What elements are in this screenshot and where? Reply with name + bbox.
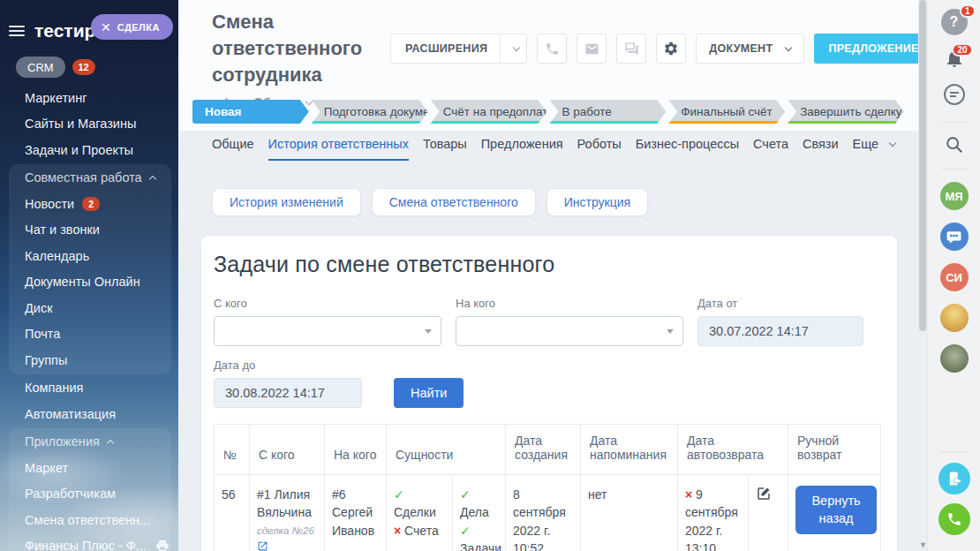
- notifications-badge: 20: [952, 43, 972, 57]
- document-button[interactable]: ДОКУМЕНТ: [696, 34, 804, 64]
- callback-button[interactable]: [939, 503, 970, 535]
- chevron-up-icon: [107, 440, 114, 447]
- stage-close-deal[interactable]: Завершить сделку: [788, 100, 904, 124]
- tab-offers[interactable]: Предложения: [481, 137, 563, 159]
- from-label: С кого: [214, 297, 441, 310]
- avatar-photo-2[interactable]: [940, 344, 969, 373]
- from-select[interactable]: [214, 316, 441, 346]
- search-icon: [945, 135, 964, 155]
- sidebar-item-calendar[interactable]: Календарь: [9, 243, 171, 269]
- deal-stage-pipeline: Новая Подготовка документов Счёт на пред…: [192, 100, 904, 124]
- open-deal-link-icon[interactable]: [257, 540, 268, 551]
- extensions-dropdown-arrow[interactable]: [500, 34, 526, 63]
- sidebar-group-collaboration-header[interactable]: Совместная работа: [9, 165, 171, 192]
- cell-reminder: нет: [581, 475, 678, 551]
- sidebar-group-apps-header[interactable]: Приложения: [9, 429, 171, 456]
- avatar-si[interactable]: СИ: [940, 263, 969, 291]
- menu-hamburger-icon[interactable]: [9, 26, 25, 36]
- stage-final-invoice[interactable]: Финальный счёт: [668, 100, 785, 124]
- sidebar-item-automation[interactable]: Автоматизация: [0, 401, 178, 427]
- edit-row-icon[interactable]: [756, 490, 772, 504]
- sidebar-group-collaboration: Совместная работа Новости 2 Чат и звонки…: [9, 164, 171, 374]
- check-icon: ✓: [394, 487, 404, 502]
- sidebar-item-mail[interactable]: Почта: [9, 321, 171, 348]
- settings-button[interactable]: [656, 34, 686, 64]
- subtab-change-history[interactable]: История изменений: [212, 188, 361, 216]
- tab-products[interactable]: Товары: [423, 137, 467, 159]
- sidebar-item-disk[interactable]: Диск: [9, 295, 171, 321]
- sidebar-item-news[interactable]: Новости 2: [9, 191, 171, 217]
- sidebar-item-finance-plus[interactable]: Финансы Плюс - Ф...: [9, 533, 171, 551]
- deal-tag[interactable]: ✕ СДЕЛКА: [91, 14, 173, 40]
- main-content: Смена ответственного сотрудника Общее РА…: [178, 0, 918, 551]
- sidebar-item-crm[interactable]: CRM: [16, 57, 65, 78]
- scrollbar-down-arrow[interactable]: ▼: [919, 540, 927, 549]
- dialog-icon: [941, 81, 968, 108]
- chevron-up-icon: [148, 176, 155, 183]
- sidebar-item-market[interactable]: Маркет: [9, 455, 171, 481]
- sidebar-item-groups[interactable]: Группы: [9, 347, 171, 374]
- select-arrow-icon: [667, 329, 674, 334]
- check-icon: ✓: [460, 487, 471, 502]
- col-num: №: [215, 425, 250, 475]
- sidebar-item-developers[interactable]: Разработчикам: [9, 481, 171, 508]
- sidebar-item-sites[interactable]: Сайты и Магазины: [0, 111, 178, 138]
- tab-more[interactable]: Еще: [852, 137, 895, 159]
- history-subtabs: История изменений Смена ответственного И…: [212, 188, 648, 216]
- printer-icon: [155, 539, 170, 551]
- chat-history-button[interactable]: [941, 81, 968, 108]
- avatar-photo-1[interactable]: [940, 304, 969, 332]
- to-select[interactable]: [456, 316, 683, 346]
- left-sidebar: тестиров ✕ СДЕЛКА CRM 12 Маркетинг Сайты…: [0, 0, 178, 551]
- date-from-input[interactable]: 30.07.2022 14:17: [697, 316, 863, 346]
- subtab-change-responsible[interactable]: Смена ответственного: [372, 188, 536, 216]
- email-button[interactable]: [577, 34, 607, 64]
- tab-general[interactable]: Общие: [212, 137, 254, 159]
- stage-in-progress[interactable]: В работе: [549, 100, 666, 124]
- sidebar-item-tasks[interactable]: Задачи и Проекты: [0, 137, 178, 163]
- tab-responsible-history[interactable]: История ответственных: [268, 137, 409, 161]
- notifications-button[interactable]: 20: [944, 48, 965, 69]
- cell-to: #6 Сергей Иванов: [325, 475, 387, 551]
- tab-business-processes[interactable]: Бизнес-процессы: [636, 137, 740, 159]
- history-table: № С кого На кого Сущности Дата создания …: [214, 424, 881, 551]
- call-button[interactable]: [537, 34, 567, 64]
- sidebar-item-change-responsible[interactable]: Смена ответственн...: [9, 507, 171, 533]
- chat-button[interactable]: [616, 34, 646, 64]
- tab-relations[interactable]: Связи: [803, 137, 839, 159]
- col-entities: Сущности: [387, 425, 506, 475]
- sidebar-item-marketing[interactable]: Маркетинг: [0, 85, 178, 111]
- col-reminder: Дата напоминания: [581, 425, 678, 475]
- check-icon: ✓: [460, 524, 471, 538]
- close-icon[interactable]: ✕: [101, 21, 111, 34]
- search-button[interactable]: Найти: [394, 378, 464, 408]
- search-button[interactable]: [945, 135, 964, 155]
- sidebar-item-docs-online[interactable]: Документы Онлайн: [9, 269, 171, 296]
- avatar-mya[interactable]: МЯ: [940, 182, 969, 210]
- sidebar-item-company[interactable]: Компания: [0, 375, 178, 402]
- extensions-button[interactable]: РАСШИРЕНИЯ: [390, 34, 527, 64]
- main-scrollbar[interactable]: ▼: [918, 0, 927, 551]
- cell-entities-activity: ✓ Дела ✓ Задачи: [453, 475, 506, 551]
- stage-prepayment-invoice[interactable]: Счёт на предоплату: [431, 100, 547, 124]
- col-to: На кого: [325, 425, 387, 475]
- subtab-instruction[interactable]: Инструкция: [547, 188, 648, 216]
- sidebar-item-chat-calls[interactable]: Чат и звонки: [9, 217, 171, 244]
- col-from: С кого: [250, 425, 325, 475]
- mobile-app-button[interactable]: [939, 463, 970, 494]
- stage-new[interactable]: Новая: [192, 100, 309, 124]
- right-toolbar: ? 1 20 МЯ СИ: [927, 0, 980, 551]
- cell-num: 56: [215, 475, 250, 551]
- help-badge: 1: [960, 4, 976, 18]
- group-chat-button[interactable]: [940, 223, 969, 251]
- tab-robots[interactable]: Роботы: [577, 137, 622, 159]
- return-back-button[interactable]: Вернуть назад: [795, 486, 877, 534]
- scrollbar-thumb[interactable]: [919, 0, 926, 331]
- tab-invoices[interactable]: Счета: [753, 137, 788, 159]
- stage-docs-preparation[interactable]: Подготовка документов: [312, 100, 428, 124]
- date-to-input[interactable]: 30.08.2022 14:17: [214, 378, 362, 408]
- deal-tabs: Общие История ответственных Товары Предл…: [212, 137, 895, 161]
- help-button[interactable]: ? 1: [941, 9, 968, 35]
- sidebar-menu: Маркетинг Сайты и Магазины Задачи и Прое…: [0, 85, 178, 551]
- to-label: На кого: [456, 297, 683, 310]
